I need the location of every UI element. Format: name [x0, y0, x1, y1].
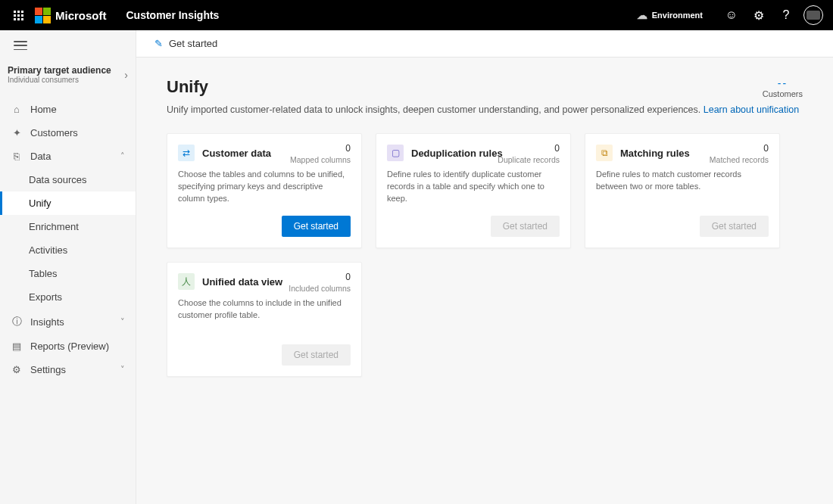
nav-item-data[interactable]: ⎘Data˄: [0, 145, 136, 168]
top-header-bar: Microsoft Customer Insights ☁ Environmen…: [0, 0, 833, 30]
get-started-button: Get started: [491, 216, 560, 237]
nav-list: ⌂Home✦Customers⎘Data˄Data sourcesUnifyEn…: [0, 95, 136, 381]
card-metric: 0Mapped columns: [290, 143, 351, 164]
sidebar: Primary target audience Individual consu…: [0, 30, 136, 504]
nav-label: Customers: [30, 127, 78, 138]
gear-icon: ⚙: [753, 8, 764, 23]
card-description: Choose the columns to include in the uni…: [178, 297, 351, 322]
cards-grid: ⇄Customer data0Mapped columnsChoose the …: [167, 133, 803, 377]
card-metric: 0Matched records: [710, 143, 769, 164]
card-description: Define rules to match customer records b…: [596, 169, 769, 193]
nav-label: Unify: [29, 198, 51, 209]
nav-item-enrichment[interactable]: Enrichment: [0, 215, 136, 238]
nav-item-exports[interactable]: Exports: [0, 285, 136, 309]
metric-value: 0: [290, 143, 351, 154]
microsoft-logo: Microsoft: [35, 8, 107, 23]
card-description: Define rules to identify duplicate custo…: [387, 169, 560, 205]
card-description: Choose the tables and columns to be unif…: [178, 169, 351, 205]
audience-picker[interactable]: Primary target audience Individual consu…: [0, 61, 136, 95]
nav-item-activities[interactable]: Activities: [0, 238, 136, 262]
metric-value: 0: [498, 143, 560, 154]
get-started-button: Get started: [282, 344, 351, 366]
audience-title: Primary target audience: [8, 65, 111, 76]
nav-icon: ▤: [11, 341, 23, 352]
card-title: Matching rules: [620, 148, 690, 159]
hamburger-icon: [14, 41, 27, 50]
account-button[interactable]: [800, 0, 827, 30]
nav-label: Enrichment: [29, 221, 79, 232]
chevron-down-icon: ˅: [120, 365, 125, 375]
edit-icon: ✎: [154, 38, 163, 49]
waffle-icon: [14, 11, 23, 20]
card-icon: ▢: [387, 145, 404, 161]
nav-label: Activities: [29, 244, 67, 256]
metric-label: Included columns: [289, 284, 351, 293]
kpi-label: Customers: [763, 89, 803, 98]
nav-item-settings[interactable]: ⚙Settings˅: [0, 358, 136, 381]
nav-item-reports-preview-[interactable]: ▤Reports (Preview): [0, 334, 136, 358]
chevron-right-icon: ›: [124, 69, 128, 81]
get-started-button: Get started: [700, 216, 769, 237]
metric-value: 0: [289, 272, 351, 282]
nav-label: Data sources: [29, 174, 87, 185]
settings-button[interactable]: ⚙: [745, 0, 772, 30]
card-title: Deduplication rules: [411, 148, 503, 159]
chevron-up-icon: ˄: [120, 151, 125, 161]
nav-icon: ⚙: [11, 364, 23, 375]
card-title: Unified data view: [202, 276, 282, 288]
metric-label: Matched records: [710, 155, 769, 164]
nav-item-insights[interactable]: ⓘInsights˅: [0, 309, 136, 334]
environment-icon: ☁: [637, 9, 647, 21]
feedback-button[interactable]: ☺: [718, 0, 745, 30]
help-button[interactable]: ?: [772, 0, 800, 30]
nav-label: Data: [30, 151, 51, 162]
nav-label: Tables: [29, 268, 58, 279]
page-description: Unify imported customer-related data to …: [167, 104, 803, 115]
nav-label: Settings: [30, 364, 66, 375]
customers-kpi: -- Customers: [763, 77, 803, 98]
nav-item-tables[interactable]: Tables: [0, 262, 136, 285]
environment-label: Environment: [652, 11, 703, 20]
card-title: Customer data: [202, 148, 271, 159]
get-started-button[interactable]: Get started: [282, 216, 351, 237]
nav-icon: ⌂: [11, 104, 23, 115]
command-bar: ✎ Get started: [136, 30, 833, 58]
card-metric: 0Included columns: [289, 272, 351, 293]
nav-icon: ✦: [11, 127, 23, 138]
microsoft-logo-icon: [35, 8, 51, 23]
kpi-value: --: [763, 77, 803, 89]
main-content: ✎ Get started Unify -- Customers Unify i…: [136, 30, 833, 504]
page-title: Unify: [167, 77, 208, 97]
brand-text: Microsoft: [55, 9, 107, 22]
question-icon: ?: [783, 8, 790, 22]
nav-label: Home: [30, 104, 57, 115]
nav-collapse-button[interactable]: [0, 30, 136, 61]
learn-link[interactable]: Learn about unification: [704, 104, 799, 115]
audience-subtitle: Individual consumers: [8, 76, 111, 84]
environment-picker[interactable]: ☁ Environment: [637, 9, 703, 21]
app-name: Customer Insights: [126, 9, 220, 21]
card-metric: 0Duplicate records: [498, 143, 560, 164]
nav-label: Insights: [30, 316, 64, 328]
nav-label: Reports (Preview): [30, 341, 109, 352]
nav-label: Exports: [29, 291, 62, 303]
card-unified-data-view: 人Unified data view0Included columnsChoos…: [167, 262, 362, 377]
card-icon: 人: [178, 273, 195, 290]
card-matching-rules: ⧉Matching rules0Matched recordsDefine ru…: [585, 133, 780, 248]
chevron-down-icon: ˅: [120, 317, 125, 327]
metric-value: 0: [710, 143, 769, 154]
nav-icon: ⓘ: [11, 315, 23, 328]
metric-label: Duplicate records: [498, 155, 560, 164]
command-get-started[interactable]: Get started: [169, 38, 217, 49]
card-deduplication-rules: ▢Deduplication rules0Duplicate recordsDe…: [376, 133, 571, 248]
app-launcher-button[interactable]: [6, 3, 30, 27]
avatar-icon: [803, 5, 823, 25]
nav-icon: ⎘: [11, 151, 23, 162]
nav-item-customers[interactable]: ✦Customers: [0, 121, 136, 145]
nav-item-data-sources[interactable]: Data sources: [0, 168, 136, 191]
smile-icon: ☺: [725, 8, 738, 22]
card-icon: ⇄: [178, 145, 195, 161]
nav-item-unify[interactable]: Unify: [0, 191, 136, 215]
card-icon: ⧉: [596, 145, 613, 161]
nav-item-home[interactable]: ⌂Home: [0, 98, 136, 121]
